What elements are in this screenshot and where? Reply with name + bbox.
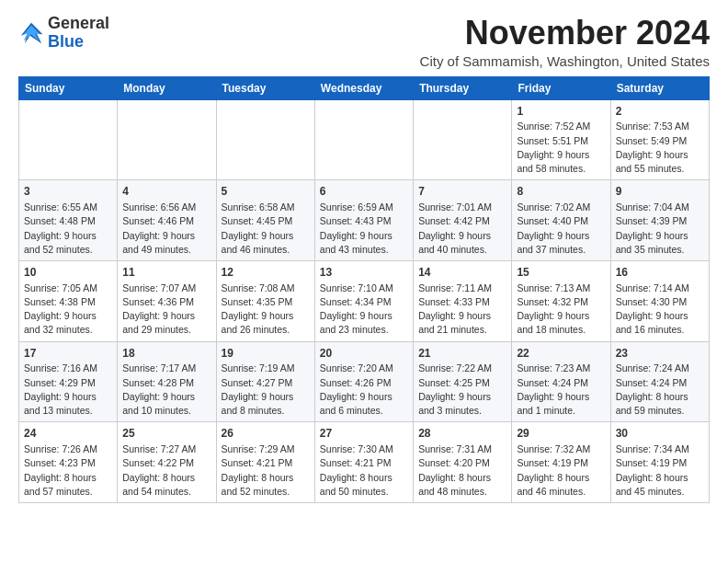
day-info: Sunrise: 7:23 AM Sunset: 4:24 PM Dayligh… [517,362,605,418]
calendar-cell: 20Sunrise: 7:20 AM Sunset: 4:26 PM Dayli… [314,341,413,422]
day-number: 17 [24,346,112,362]
calendar-cell [314,99,413,180]
day-number: 6 [320,184,408,200]
calendar-cell: 7Sunrise: 7:01 AM Sunset: 4:42 PM Daylig… [414,180,512,261]
day-number: 14 [418,265,506,281]
day-number: 24 [24,426,112,442]
calendar-cell: 6Sunrise: 6:59 AM Sunset: 4:43 PM Daylig… [314,180,413,261]
calendar-cell: 22Sunrise: 7:23 AM Sunset: 4:24 PM Dayli… [512,341,610,422]
day-number: 16 [616,265,704,281]
day-info: Sunrise: 7:31 AM Sunset: 4:20 PM Dayligh… [418,442,506,499]
day-info: Sunrise: 7:22 AM Sunset: 4:25 PM Dayligh… [418,362,506,418]
calendar-table: SundayMondayTuesdayWednesdayThursdayFrid… [18,76,710,503]
day-number: 9 [616,184,704,200]
month-title: November 2024 [420,15,710,52]
day-number: 1 [517,104,605,120]
calendar-cell: 23Sunrise: 7:24 AM Sunset: 4:24 PM Dayli… [610,341,709,422]
calendar-cell: 18Sunrise: 7:17 AM Sunset: 4:28 PM Dayli… [118,341,216,422]
day-info: Sunrise: 7:32 AM Sunset: 4:19 PM Dayligh… [517,442,605,499]
day-number: 20 [320,346,408,362]
day-number: 13 [320,265,408,281]
calendar-cell: 29Sunrise: 7:32 AM Sunset: 4:19 PM Dayli… [512,422,610,503]
day-info: Sunrise: 7:17 AM Sunset: 4:28 PM Dayligh… [122,362,210,418]
calendar-cell [216,99,314,180]
calendar-cell: 4Sunrise: 6:56 AM Sunset: 4:46 PM Daylig… [118,180,216,261]
calendar-cell: 15Sunrise: 7:13 AM Sunset: 4:32 PM Dayli… [512,260,610,341]
day-info: Sunrise: 7:19 AM Sunset: 4:27 PM Dayligh… [222,362,310,418]
day-header-friday: Friday [512,76,610,99]
day-number: 7 [418,184,506,200]
calendar-cell [118,99,216,180]
calendar-week-row: 1Sunrise: 7:52 AM Sunset: 5:51 PM Daylig… [19,99,710,180]
day-number: 5 [222,184,310,200]
calendar-cell: 26Sunrise: 7:29 AM Sunset: 4:21 PM Dayli… [216,422,314,503]
day-header-saturday: Saturday [610,76,709,99]
calendar-cell: 11Sunrise: 7:07 AM Sunset: 4:36 PM Dayli… [118,260,216,341]
calendar-cell: 3Sunrise: 6:55 AM Sunset: 4:48 PM Daylig… [19,180,118,261]
day-info: Sunrise: 7:11 AM Sunset: 4:33 PM Dayligh… [418,282,506,338]
logo: General Blue [18,15,109,52]
calendar-cell: 28Sunrise: 7:31 AM Sunset: 4:20 PM Dayli… [414,422,512,503]
day-number: 10 [24,265,112,281]
day-number: 30 [616,426,704,442]
day-info: Sunrise: 7:08 AM Sunset: 4:35 PM Dayligh… [222,282,310,338]
day-number: 4 [122,184,210,200]
day-number: 29 [517,426,605,442]
calendar-cell: 13Sunrise: 7:10 AM Sunset: 4:34 PM Dayli… [314,260,413,341]
day-header-tuesday: Tuesday [216,76,314,99]
day-number: 11 [122,265,210,281]
calendar-cell: 14Sunrise: 7:11 AM Sunset: 4:33 PM Dayli… [414,260,512,341]
day-header-monday: Monday [118,76,216,99]
day-number: 8 [517,184,605,200]
calendar-cell: 1Sunrise: 7:52 AM Sunset: 5:51 PM Daylig… [512,99,610,180]
calendar-cell [19,99,118,180]
day-info: Sunrise: 7:07 AM Sunset: 4:36 PM Dayligh… [122,282,210,338]
day-number: 25 [122,426,210,442]
day-info: Sunrise: 7:27 AM Sunset: 4:22 PM Dayligh… [122,442,210,499]
calendar-cell: 10Sunrise: 7:05 AM Sunset: 4:38 PM Dayli… [19,260,118,341]
day-header-wednesday: Wednesday [314,76,413,99]
day-info: Sunrise: 7:20 AM Sunset: 4:26 PM Dayligh… [320,362,408,418]
calendar-week-row: 10Sunrise: 7:05 AM Sunset: 4:38 PM Dayli… [19,260,710,341]
day-number: 12 [222,265,310,281]
day-number: 23 [616,346,704,362]
calendar-cell: 16Sunrise: 7:14 AM Sunset: 4:30 PM Dayli… [610,260,709,341]
header: General Blue November 2024 City of Samma… [18,15,710,69]
calendar-cell: 2Sunrise: 7:53 AM Sunset: 5:49 PM Daylig… [610,99,709,180]
calendar-week-row: 17Sunrise: 7:16 AM Sunset: 4:29 PM Dayli… [19,341,710,422]
day-info: Sunrise: 7:34 AM Sunset: 4:19 PM Dayligh… [616,442,704,499]
day-number: 27 [320,426,408,442]
day-info: Sunrise: 6:59 AM Sunset: 4:43 PM Dayligh… [320,201,408,257]
day-header-thursday: Thursday [414,76,512,99]
logo-icon [18,20,44,46]
day-number: 22 [517,346,605,362]
day-info: Sunrise: 7:53 AM Sunset: 5:49 PM Dayligh… [616,120,704,176]
day-info: Sunrise: 7:14 AM Sunset: 4:30 PM Dayligh… [616,282,704,338]
day-info: Sunrise: 7:10 AM Sunset: 4:34 PM Dayligh… [320,282,408,338]
calendar-cell: 8Sunrise: 7:02 AM Sunset: 4:40 PM Daylig… [512,180,610,261]
day-info: Sunrise: 7:13 AM Sunset: 4:32 PM Dayligh… [517,282,605,338]
day-number: 2 [616,104,704,120]
day-info: Sunrise: 7:26 AM Sunset: 4:23 PM Dayligh… [24,442,112,499]
day-number: 19 [222,346,310,362]
day-number: 28 [418,426,506,442]
calendar-week-row: 24Sunrise: 7:26 AM Sunset: 4:23 PM Dayli… [19,422,710,503]
day-info: Sunrise: 7:29 AM Sunset: 4:21 PM Dayligh… [222,442,310,499]
day-info: Sunrise: 7:01 AM Sunset: 4:42 PM Dayligh… [418,201,506,257]
calendar-cell: 5Sunrise: 6:58 AM Sunset: 4:45 PM Daylig… [216,180,314,261]
calendar-week-row: 3Sunrise: 6:55 AM Sunset: 4:48 PM Daylig… [19,180,710,261]
day-info: Sunrise: 7:04 AM Sunset: 4:39 PM Dayligh… [616,201,704,257]
calendar-cell: 9Sunrise: 7:04 AM Sunset: 4:39 PM Daylig… [610,180,709,261]
svg-marker-1 [24,25,40,40]
day-number: 26 [222,426,310,442]
day-info: Sunrise: 7:52 AM Sunset: 5:51 PM Dayligh… [517,120,605,176]
calendar-cell: 30Sunrise: 7:34 AM Sunset: 4:19 PM Dayli… [610,422,709,503]
calendar-cell: 19Sunrise: 7:19 AM Sunset: 4:27 PM Dayli… [216,341,314,422]
calendar-cell: 17Sunrise: 7:16 AM Sunset: 4:29 PM Dayli… [19,341,118,422]
day-info: Sunrise: 6:58 AM Sunset: 4:45 PM Dayligh… [222,201,310,257]
location-title: City of Sammamish, Washington, United St… [420,53,710,69]
calendar-cell: 12Sunrise: 7:08 AM Sunset: 4:35 PM Dayli… [216,260,314,341]
day-header-sunday: Sunday [19,76,118,99]
day-number: 21 [418,346,506,362]
day-info: Sunrise: 7:30 AM Sunset: 4:21 PM Dayligh… [320,442,408,499]
